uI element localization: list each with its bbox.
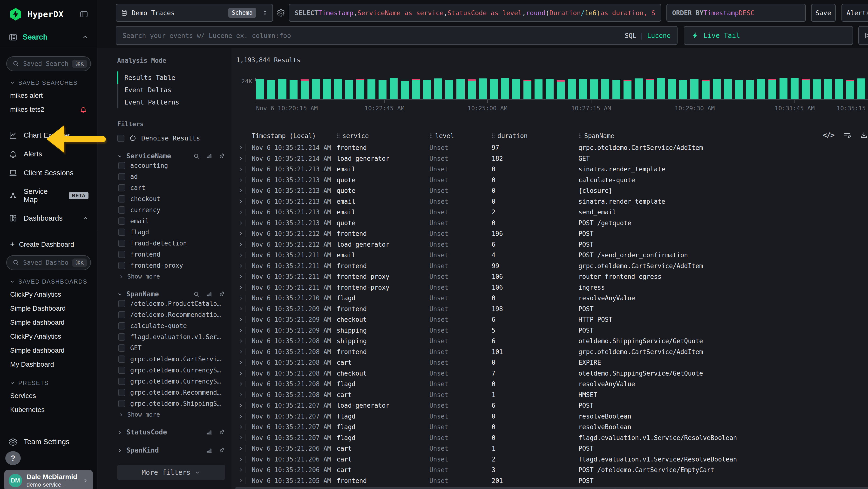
histogram-bar[interactable] <box>256 79 264 99</box>
analysis-mode-event-patterns[interactable]: Event Patterns <box>117 96 225 108</box>
histogram-bar[interactable] <box>390 78 398 99</box>
table-row[interactable]: Nov 6 10:35:21.212 AMfrontendUnset196POS… <box>235 228 868 239</box>
checkbox[interactable] <box>118 206 125 213</box>
expand-row-icon[interactable] <box>238 371 244 376</box>
sidebar-item-team-settings[interactable]: Team Settings <box>0 432 97 451</box>
histogram-bar[interactable] <box>546 79 554 99</box>
code-view-icon[interactable]: </> <box>823 131 834 139</box>
table-row[interactable]: Nov 6 10:35:21.209 AMfrontendUnset198POS… <box>235 304 868 315</box>
expand-row-icon[interactable] <box>238 445 244 451</box>
histogram-bar[interactable] <box>713 79 721 99</box>
histogram-bar[interactable] <box>724 79 732 99</box>
facet-option[interactable]: calculate-quote <box>117 320 225 332</box>
histogram-bar[interactable] <box>690 79 698 99</box>
saved-dashboards-searchbox[interactable]: ⌘K <box>6 255 91 270</box>
saved-dashboards-input[interactable] <box>23 259 68 266</box>
histogram-bar[interactable] <box>790 78 799 99</box>
facet-option[interactable]: flagd <box>117 227 225 238</box>
histogram-bar[interactable] <box>490 79 498 99</box>
histogram-bar[interactable] <box>501 78 509 99</box>
table-row[interactable]: Nov 6 10:35:21.213 AMquoteUnset0{closure… <box>235 185 868 196</box>
table-row[interactable]: Nov 6 10:35:21.207 AMflagdUnset0resolveB… <box>235 411 868 422</box>
lang-toggle-lucene[interactable]: Lucene <box>647 32 671 39</box>
column-header-duration[interactable]: duration <box>492 132 579 140</box>
histogram-bar[interactable] <box>267 80 275 99</box>
expand-row-icon[interactable] <box>238 306 244 312</box>
alerts-button[interactable]: Alerts <box>841 4 868 22</box>
drag-handle-icon[interactable] <box>579 133 582 139</box>
histogram-bar[interactable] <box>368 79 375 99</box>
checkbox[interactable] <box>118 195 125 202</box>
histogram-bar[interactable] <box>590 79 598 99</box>
checkbox[interactable] <box>118 240 125 247</box>
table-row[interactable]: Nov 6 10:35:21.209 AMshippingUnset5POST <box>235 325 868 336</box>
saved-dashboard-item[interactable]: Simple dashboard <box>6 343 91 357</box>
histogram-bar[interactable] <box>278 79 286 99</box>
pin-icon[interactable] <box>217 445 226 455</box>
facet-option[interactable]: GET <box>117 343 225 353</box>
histogram-bar[interactable] <box>679 80 687 99</box>
facet-option[interactable]: /oteldemo.Recommendatio… <box>117 309 225 320</box>
table-row[interactable]: Nov 6 10:35:21.208 AMcartUnset1HMSET <box>235 390 868 400</box>
table-row[interactable]: Nov 6 10:35:21.211 AMemailUnset4POST /se… <box>235 250 868 261</box>
facet-option[interactable]: currency <box>117 204 225 215</box>
histogram-bar[interactable] <box>423 80 431 99</box>
expand-row-icon[interactable] <box>238 166 244 172</box>
expand-row-icon[interactable] <box>238 467 244 473</box>
histogram-bar[interactable] <box>668 79 676 99</box>
sidebar-item-alerts[interactable]: Alerts <box>0 145 97 164</box>
expand-row-icon[interactable] <box>238 435 244 441</box>
checkbox[interactable] <box>118 218 125 225</box>
histogram-bar[interactable] <box>412 79 420 99</box>
expand-row-icon[interactable] <box>238 327 244 333</box>
histogram-bar[interactable] <box>445 80 453 99</box>
table-row[interactable]: Nov 6 10:35:21.208 AMcheckoutUnset7oteld… <box>235 368 868 379</box>
nav-section-search[interactable]: Search <box>0 28 97 48</box>
checkbox[interactable] <box>117 135 124 142</box>
histogram-bar[interactable] <box>323 79 331 99</box>
facet-option[interactable]: checkout <box>117 193 225 204</box>
facet-option[interactable]: grpc.oteldemo.ShippingS… <box>117 398 225 409</box>
bar-chart-icon[interactable] <box>206 447 212 454</box>
pin-icon[interactable] <box>217 289 226 298</box>
facet-header-SpanName[interactable]: SpanName <box>117 290 225 298</box>
checkbox[interactable] <box>118 389 125 396</box>
facet-option[interactable]: grpc.oteldemo.CartServi… <box>117 353 225 365</box>
table-row[interactable]: Nov 6 10:35:21.209 AMcheckoutUnset6HTTP … <box>235 314 868 325</box>
histogram-bar[interactable] <box>824 79 832 99</box>
table-row[interactable]: Nov 6 10:35:21.206 AMcartUnset1POST <box>235 443 868 454</box>
histogram-bar[interactable] <box>634 79 643 99</box>
histogram-bar[interactable] <box>378 80 386 99</box>
facet-header-ServiceName[interactable]: ServiceName <box>117 152 225 160</box>
checkbox[interactable] <box>118 333 125 341</box>
saved-searches-input[interactable] <box>23 60 68 67</box>
checkbox[interactable] <box>118 311 125 318</box>
event-search-input[interactable] <box>123 32 621 39</box>
saved-searches-searchbox[interactable]: ⌘K <box>6 56 91 71</box>
histogram-bar[interactable] <box>601 79 609 99</box>
checkbox[interactable] <box>118 300 125 307</box>
histogram-bar[interactable] <box>757 79 765 99</box>
schema-badge[interactable]: Schema <box>228 8 256 18</box>
bar-chart-icon[interactable] <box>206 429 212 435</box>
table-row[interactable]: Nov 6 10:35:21.213 AMemailUnset0sinatra.… <box>235 196 868 207</box>
table-row[interactable]: Nov 6 10:35:21.208 AMcartUnset0EXPIRE <box>235 357 868 368</box>
sidebar-item-chart-explorer[interactable]: Chart Explorer <box>0 126 97 145</box>
source-settings-gear-icon[interactable] <box>277 9 285 17</box>
facet-option[interactable]: flagd.evaluation.v1.Ser… <box>117 332 225 343</box>
saved-dashboards-section-label[interactable]: SAVED DASHBOARDS <box>10 278 91 285</box>
expand-row-icon[interactable] <box>238 199 244 204</box>
facet-option[interactable]: grpc.oteldemo.CurrencyS… <box>117 376 225 387</box>
histogram-bar[interactable] <box>557 80 565 99</box>
table-row[interactable]: Nov 6 10:35:21.211 AMfrontend-proxyUnset… <box>235 282 868 293</box>
table-row[interactable]: Nov 6 10:35:21.206 AMcartUnset2flagd.eva… <box>235 454 868 465</box>
table-row[interactable]: Nov 6 10:35:21.207 AMflagdUnset0flagd.ev… <box>235 433 868 443</box>
histogram-bar[interactable] <box>468 79 476 99</box>
expand-row-icon[interactable] <box>238 381 244 387</box>
table-row[interactable]: Nov 6 10:35:21.208 AMfrontendUnset101grp… <box>235 347 868 357</box>
saved-dashboard-item[interactable]: Simple Dashboard <box>6 301 91 315</box>
expand-row-icon[interactable] <box>238 263 244 269</box>
checkbox[interactable] <box>118 162 125 169</box>
expand-row-icon[interactable] <box>238 478 244 484</box>
sql-query-input[interactable]: SELECT Timestamp, ServiceName as service… <box>289 4 661 22</box>
